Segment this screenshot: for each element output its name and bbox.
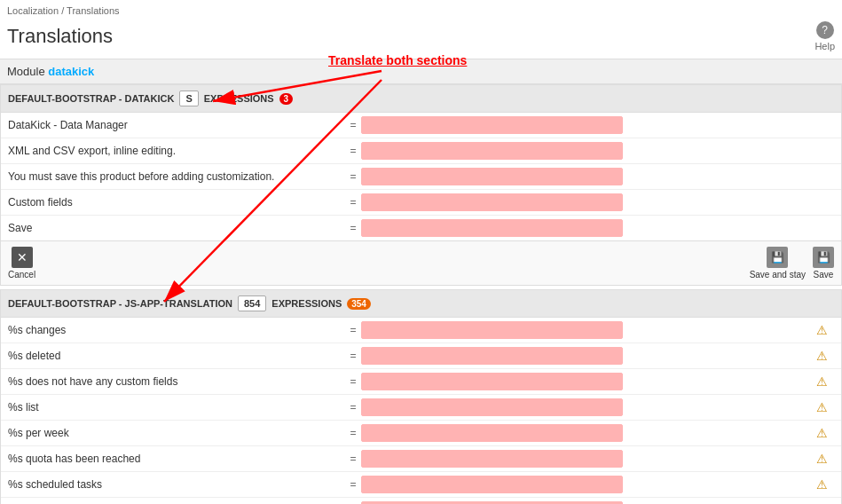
translation-input[interactable] (361, 373, 623, 390)
warning-icon: ⚠ (816, 477, 834, 492)
row-label: Save (8, 222, 345, 234)
row-eq: = (345, 119, 361, 131)
page-title: Translations (7, 25, 113, 48)
row-input (361, 321, 813, 339)
row-eq: = (345, 222, 361, 234)
table-row: %s scheduled tasks = ⚠ (1, 472, 841, 498)
save-icon: 💾 (813, 247, 834, 268)
row-label: %s quota has been reached (8, 453, 345, 465)
save-button[interactable]: 💾 Save (813, 247, 834, 280)
table-row: %s per week = ⚠ (1, 421, 841, 446)
row-input (361, 476, 813, 493)
table-row: %s changes = ⚠ (1, 318, 841, 343)
row-label: %s deleted (8, 350, 345, 362)
breadcrumb-current: Translations (67, 5, 120, 16)
table-row: %s deleted = ⚠ (1, 343, 841, 369)
section2: DEFAULT-BOOTSTRAP - JS-APP-TRANSLATION 8… (0, 289, 842, 504)
translation-input[interactable] (361, 347, 623, 365)
section1-tab-expressions-label[interactable]: EXPRESSIONS (204, 93, 274, 104)
section2-badge: 354 (347, 298, 371, 310)
section1-tab-s[interactable]: S (179, 91, 198, 106)
row-input (361, 168, 834, 185)
cancel-icon: ✕ (12, 247, 33, 268)
row-eq: = (345, 350, 361, 362)
row-input (361, 398, 813, 416)
row-eq: = (345, 145, 361, 157)
save-stay-label: Save and stay (750, 270, 806, 280)
row-input (361, 450, 813, 468)
breadcrumb-parent[interactable]: Localization (7, 5, 59, 16)
page-wrapper: Translate both sections Localization / T… (0, 0, 842, 504)
module-label: Module (7, 65, 45, 78)
cancel-label: Cancel (8, 270, 35, 280)
save-stay-icon: 💾 (767, 247, 788, 268)
help-label: Help (814, 41, 835, 51)
table-row: Save = (1, 216, 841, 240)
row-input (361, 219, 834, 237)
cancel-button[interactable]: ✕ Cancel (8, 247, 35, 280)
page-header: Translations ? Help (0, 18, 842, 59)
translation-input[interactable] (361, 168, 623, 185)
translation-input[interactable] (361, 219, 623, 237)
row-input (361, 373, 813, 390)
translation-input[interactable] (361, 321, 623, 339)
translation-input[interactable] (361, 193, 623, 211)
help-button[interactable]: ? Help (814, 21, 835, 51)
warning-icon: ⚠ (816, 452, 834, 466)
section1-badge: 3 (279, 93, 294, 105)
section2-tab-count[interactable]: 854 (238, 295, 266, 311)
translation-input[interactable] (361, 116, 623, 134)
table-row: %s successfully created = ⚠ (1, 498, 841, 504)
breadcrumb: Localization / Translations (0, 0, 842, 18)
section2-rows: %s changes = ⚠ %s deleted = ⚠ (1, 318, 841, 504)
section2-tab-expressions-label[interactable]: EXPRESSIONS (271, 298, 342, 309)
row-eq: = (345, 170, 361, 183)
section2-name: DEFAULT-BOOTSTRAP - JS-APP-TRANSLATION (8, 298, 232, 309)
translation-input[interactable] (361, 424, 623, 442)
section2-header: DEFAULT-BOOTSTRAP - JS-APP-TRANSLATION 8… (1, 290, 841, 318)
save-and-stay-button[interactable]: 💾 Save and stay (750, 247, 806, 280)
warning-icon: ⚠ (816, 426, 834, 440)
row-label: %s per week (8, 427, 345, 439)
footer-bar: ✕ Cancel 💾 Save and stay 💾 Save (1, 240, 841, 285)
translation-input[interactable] (361, 142, 623, 160)
save-label: Save (814, 270, 834, 280)
section1-rows: DataKick - Data Manager = XML and CSV ex… (1, 113, 841, 240)
translation-input[interactable] (361, 398, 623, 416)
module-name: datakick (48, 65, 94, 78)
warning-icon: ⚠ (816, 349, 834, 363)
row-label: %s list (8, 401, 345, 413)
row-label: %s changes (8, 324, 345, 336)
row-eq: = (345, 401, 361, 413)
table-row: You must save this product before adding… (1, 164, 841, 190)
warning-icon: ⚠ (816, 374, 834, 389)
row-eq: = (345, 478, 361, 491)
table-row: %s does not have any custom fields = ⚠ (1, 369, 841, 395)
row-input (361, 424, 813, 442)
table-row: Custom fields = (1, 190, 841, 216)
row-label: %s scheduled tasks (8, 478, 345, 491)
row-label: You must save this product before adding… (8, 170, 345, 183)
translation-input[interactable] (361, 450, 623, 468)
warning-icon: ⚠ (816, 400, 834, 414)
translation-input[interactable] (361, 476, 623, 493)
table-row: DataKick - Data Manager = (1, 113, 841, 138)
section1: DEFAULT-BOOTSTRAP - DATAKICK S EXPRESSIO… (0, 84, 842, 286)
warning-icon: ⚠ (816, 323, 834, 337)
row-eq: = (345, 375, 361, 388)
table-row: %s list = ⚠ (1, 395, 841, 421)
row-eq: = (345, 196, 361, 209)
section1-name: DEFAULT-BOOTSTRAP - DATAKICK (8, 93, 174, 104)
row-input (361, 142, 834, 160)
row-label: DataKick - Data Manager (8, 119, 345, 131)
save-actions: 💾 Save and stay 💾 Save (750, 247, 834, 280)
section1-header: DEFAULT-BOOTSTRAP - DATAKICK S EXPRESSIO… (1, 85, 841, 113)
row-label: %s does not have any custom fields (8, 375, 345, 388)
table-row: %s quota has been reached = ⚠ (1, 446, 841, 472)
help-icon: ? (816, 21, 834, 39)
row-input (361, 116, 834, 134)
row-eq: = (345, 324, 361, 336)
row-input (361, 193, 834, 211)
row-label: Custom fields (8, 196, 345, 209)
row-label: XML and CSV export, inline editing. (8, 145, 345, 157)
